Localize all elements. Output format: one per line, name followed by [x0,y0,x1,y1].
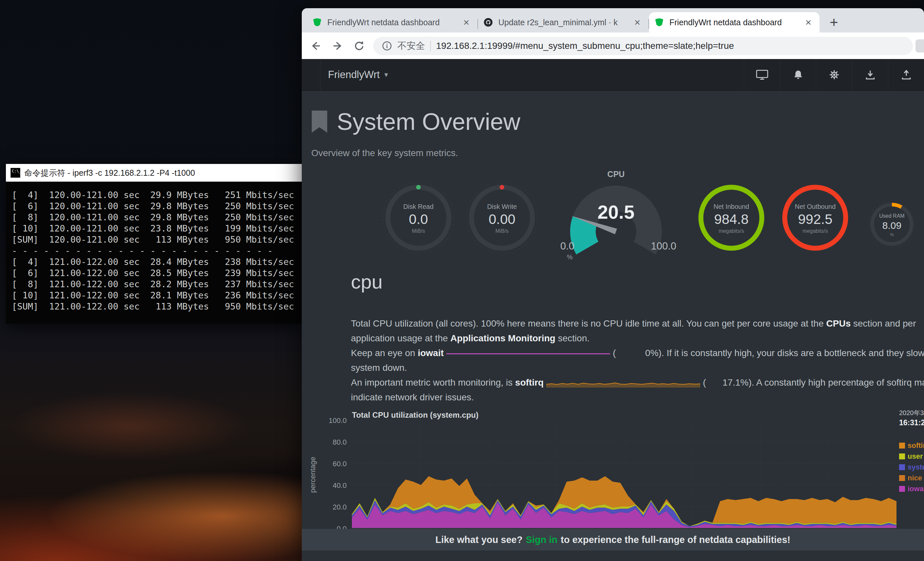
legend-item[interactable]: system [899,462,924,472]
y-axis-tick: 20.0 [308,503,346,511]
monitor-button[interactable] [744,59,780,90]
tab-github[interactable]: Update r2s_lean_minimal.yml · k × [478,12,648,33]
omnibox-divider [430,41,431,51]
legend-item[interactable]: softirq [899,440,924,451]
gauge-value: 0.0 [409,212,428,227]
tab-label: FriendlyWrt netdata dashboard [327,18,460,27]
y-axis-tick: 80.0 [308,438,346,447]
chevron-down-icon: ▾ [384,71,388,79]
chart-date-label: 2020年3月 [899,409,924,417]
signin-banner: Like what you see? Sign in to experience… [302,529,924,550]
reload-button[interactable] [350,36,369,56]
gauge-disk-write[interactable]: Disk Write 0.00 MiB/s [464,180,540,257]
chart-time-label: 16:31:25 [899,418,924,427]
applications-monitoring-link[interactable]: Applications Monitoring [450,333,555,343]
gauge-value: 0.00 [489,212,515,227]
legend-label: nice [908,474,922,482]
settings-button[interactable] [816,59,852,90]
browser-window: FriendlyWrt netdata dashboard × Update r… [302,8,924,561]
host-menu-button[interactable]: FriendlyWrt ▾ [328,69,388,81]
gauge-unit: megabits/s [718,228,744,234]
gauge-net-inbound[interactable]: Net Inbound 984.8 megabits/s [694,180,769,257]
chart-legend: softirq user system nice iowait [899,440,924,494]
cpu-paragraph-line: An important metric worth monitoring, is… [351,375,924,390]
info-circle-icon[interactable] [382,41,392,51]
legend-label: iowait [908,484,924,493]
cpu-paragraph-line: application usage at the Applications Mo… [351,331,924,346]
legend-item[interactable]: user [899,451,924,462]
terminal-title: 命令提示符 - iperf3 -c 192.168.2.1.2 -P4 -t10… [24,167,195,178]
gauge-label: Disk Read [404,203,434,211]
gauge-disk-read[interactable]: Disk Read 0.0 MiB/s [381,180,456,257]
browser-toolbar: 不安全 192.168.2.1:19999/#menu_system_subme… [302,33,924,59]
gauge-value: 8.09 [882,220,902,231]
legend-item[interactable]: iowait [899,483,924,494]
export-snapshot-button[interactable] [888,59,924,90]
import-snapshot-button[interactable] [852,59,888,90]
tab-label: FriendlyWrt netdata dashboard [669,18,802,27]
tab-close-icon[interactable]: × [802,17,814,28]
cpu-section-heading: cpu [351,271,924,293]
iowait-term: iowait [418,348,444,358]
tab-close-icon[interactable]: × [460,17,472,28]
legend-item[interactable]: nice [899,472,924,483]
address-bar[interactable]: 不安全 192.168.2.1:19999/#menu_system_subme… [373,37,913,55]
gauge-label: Used RAM [879,213,904,219]
chart-title: Total CPU utilization (system.cpu) [352,411,478,420]
navbar-icons [744,59,924,90]
stacked-area-chart[interactable] [352,420,897,528]
legend-label: user [908,452,923,461]
gauge-net-outbound[interactable]: Net Outbound 992.5 megabits/s [777,180,853,257]
cpu-paragraph-line: system down. [351,360,924,375]
monitor-icon [756,69,768,80]
terminal-titlebar[interactable]: C:\_ 命令提示符 - iperf3 -c 192.168.2.1.2 -P4… [6,164,306,182]
y-axis-tick: 40.0 [308,481,346,490]
tab-strip: FriendlyWrt netdata dashboard × Update r… [302,8,924,33]
tab-friendlywrt-1[interactable]: FriendlyWrt netdata dashboard × [307,12,477,33]
sign-in-link[interactable]: Sign in [526,534,558,545]
back-button[interactable] [306,36,326,56]
gauge-value: 992.5 [798,212,832,227]
dashboard-content: System Overview Overview of the key syst… [302,91,924,561]
new-tab-button[interactable]: + [825,14,842,31]
tab-friendlywrt-2-active[interactable]: FriendlyWrt netdata dashboard × [649,12,819,33]
cpus-section-link[interactable]: CPUs [826,318,851,329]
legend-swatch [899,443,905,448]
legend-swatch [899,475,905,481]
cpu-paragraph-line: indicate network driver issues. [351,390,924,405]
legend-swatch [899,453,905,459]
gauge-label: CPU [550,170,681,179]
netdata-navbar: FriendlyWrt ▾ [302,59,924,91]
y-axis-tick: 100.0 [308,417,346,425]
gauges-row: Disk Read 0.0 MiB/s Disk Write 0.00 Mi [302,170,924,281]
alarms-bell-icon [793,69,804,80]
forward-button[interactable] [328,36,347,56]
legend-swatch [899,486,905,492]
signin-prefix: Like what you see? [435,534,523,545]
gauge-cpu[interactable]: CPU 20.5 0.0 % 100.0 [550,170,681,278]
gauge-unit: % [567,253,573,261]
netdata-page: FriendlyWrt ▾ [302,59,924,561]
legend-label: softirq [908,441,924,450]
alarms-button[interactable] [780,59,816,90]
gauge-unit: MiB/s [412,228,425,234]
netdata-logo-icon [312,17,322,27]
gauge-label: Disk Write [487,203,517,211]
tab-close-icon[interactable]: × [632,17,643,28]
download-tray-icon [865,69,876,80]
gauge-max: 100.0 [651,240,676,252]
terminal-output: [ 4] 120.00-121.00 sec 29.9 MBytes 251 M… [12,190,303,312]
iowait-value: 0 [616,346,650,360]
gauge-value: 20.5 [550,201,681,223]
y-axis-tick: 60.0 [308,460,346,468]
terminal-body[interactable]: [ 4] 120.00-121.00 sec 29.9 MBytes 251 M… [6,182,306,323]
back-arrow-icon [309,39,323,53]
page-title: System Overview [337,108,520,135]
gauge-min: 0.0 [560,240,574,252]
netdata-logo-icon [654,17,664,27]
gauge-label: Net Inbound [714,203,749,211]
gauge-used-ram[interactable]: Used RAM 8.09 % [867,200,916,250]
terminal-window: C:\_ 命令提示符 - iperf3 -c 192.168.2.1.2 -P4… [6,164,306,323]
host-name: FriendlyWrt [328,69,380,81]
cmd-icon: C:\_ [10,168,20,178]
